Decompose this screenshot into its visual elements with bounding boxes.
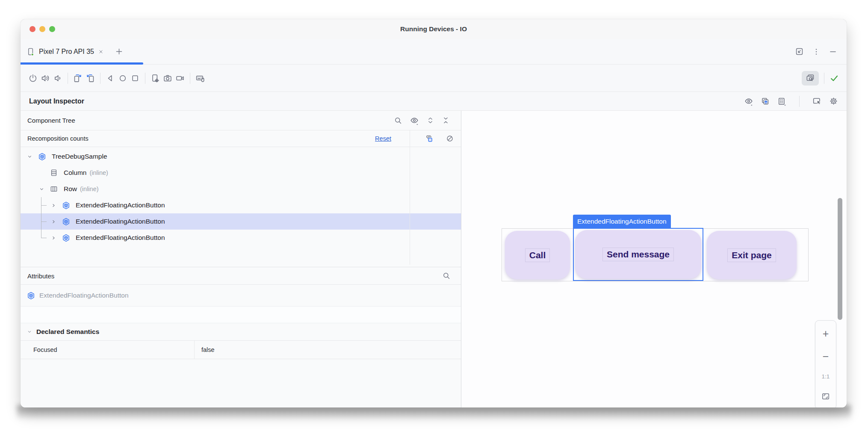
column-layout-icon: [50, 168, 60, 177]
recomposition-copy-icon[interactable]: [425, 134, 434, 143]
device-tab-bar: Pixel 7 Pro API 35: [21, 39, 847, 65]
dock-window-icon[interactable]: [795, 47, 804, 56]
tree-node-label: ExtendedFloatingActionButton: [76, 234, 165, 242]
tree-row-extendedfloatingactionbutton[interactable]: ExtendedFloatingActionButton: [21, 197, 461, 213]
toolbar-group: [151, 74, 185, 83]
tree-node-label: Column: [64, 169, 86, 177]
device-settings-icon[interactable]: [151, 74, 160, 83]
toolbar-group: [195, 74, 205, 83]
selection-badge: ExtendedFloatingActionButton: [573, 215, 671, 228]
rotate-left-icon[interactable]: [73, 74, 83, 83]
attribute-name: Focused: [21, 341, 195, 359]
kebab-menu-icon[interactable]: [812, 47, 821, 56]
zoom-window-button[interactable]: [49, 26, 55, 32]
home-icon[interactable]: [118, 74, 127, 83]
collapse-all-icon[interactable]: [442, 116, 450, 124]
back-icon[interactable]: [106, 74, 115, 83]
screenshot-icon[interactable]: [163, 74, 172, 83]
tree-connector: [38, 213, 50, 230]
declared-semantics-header[interactable]: Declared Semantics: [21, 323, 461, 340]
screen-record-icon[interactable]: [175, 74, 185, 83]
tree-row-row[interactable]: Row(inline): [21, 181, 461, 197]
layout-inspector-actions: [744, 96, 838, 107]
close-tab-icon[interactable]: [98, 49, 104, 55]
tree-node-suffix: (inline): [89, 169, 108, 176]
zoom-in-button[interactable]: +: [823, 328, 829, 339]
chevron-right-icon[interactable]: [50, 235, 62, 241]
toolbar-right: [802, 71, 839, 86]
tree-indent: [26, 197, 38, 213]
eye-dropdown-icon[interactable]: [410, 116, 419, 125]
tree-row-treedebugsample[interactable]: TreeDebugSample: [21, 148, 461, 165]
toolbar-separator: [145, 73, 145, 84]
layout-inspector-header: Layout Inspector: [21, 92, 847, 111]
phone-device-icon: [27, 47, 35, 56]
settings-gear-icon[interactable]: [829, 97, 838, 106]
device-render-panel: ExtendedFloatingActionButton CallSend me…: [461, 111, 847, 407]
fab-send-message[interactable]: Send message: [575, 230, 701, 279]
select-component-icon[interactable]: [812, 96, 822, 106]
power-icon[interactable]: [28, 74, 38, 83]
fab-label: Call: [525, 248, 550, 262]
minimize-icon[interactable]: [829, 47, 837, 56]
tree-row-extendedfloatingactionbutton[interactable]: ExtendedFloatingActionButton: [21, 230, 461, 246]
tree-indent: [26, 165, 38, 181]
toolbar-separator: [799, 96, 800, 107]
toolbar-group: [106, 74, 140, 83]
window-title: Running Devices - IO: [21, 25, 847, 33]
fab-exit-page[interactable]: Exit page: [707, 231, 797, 279]
running-devices-window: Running Devices - IO Pixel 7 Pro API 35: [21, 19, 847, 407]
volume-down-icon[interactable]: [53, 74, 62, 83]
chevron-right-icon[interactable]: [50, 202, 62, 209]
reset-counts-link[interactable]: Reset: [375, 135, 391, 142]
rotate-right-icon[interactable]: [86, 74, 95, 83]
disable-counts-icon[interactable]: [446, 134, 454, 143]
close-window-button[interactable]: [30, 26, 35, 32]
vertical-scrollbar[interactable]: [838, 198, 842, 320]
fab-label: Exit page: [727, 248, 776, 262]
zoom-out-button[interactable]: −: [823, 351, 829, 362]
confirm-check-icon[interactable]: [830, 74, 839, 83]
tree-row-extendedfloatingactionbutton[interactable]: ExtendedFloatingActionButton: [21, 213, 461, 230]
new-tab-button[interactable]: [115, 47, 123, 56]
main-split: Component Tree Recomposition counts Rese…: [21, 111, 847, 407]
overview-icon[interactable]: [130, 74, 140, 83]
recomposition-counts-label: Recomposition counts: [27, 135, 89, 142]
inspector-toggle-icon: [806, 74, 815, 83]
tree-node-label: ExtendedFloatingActionButton: [76, 218, 165, 225]
component-tree-title: Component Tree: [27, 117, 75, 124]
layout-inspector-title: Layout Inspector: [29, 97, 84, 105]
recomposition-column-divider: [410, 130, 410, 265]
chevron-right-icon[interactable]: [50, 218, 62, 225]
tree-indent: [26, 181, 38, 197]
tree-indent: [26, 213, 38, 230]
zoom-actual-button[interactable]: 1:1: [822, 373, 830, 380]
attribute-value: false: [195, 341, 461, 359]
toolbar-separator: [100, 73, 100, 84]
fab-call[interactable]: Call: [505, 231, 570, 279]
tree-row-column[interactable]: Column(inline): [21, 165, 461, 181]
toolbar-group: [28, 74, 62, 83]
title-bar: Running Devices - IO: [21, 19, 847, 39]
toolbar-separator: [190, 73, 190, 84]
chevron-down-icon[interactable]: [26, 154, 38, 160]
fab-label: Send message: [602, 248, 674, 261]
tree-node-label: TreeDebugSample: [52, 153, 107, 160]
tab-pixel-7-pro[interactable]: Pixel 7 Pro API 35: [27, 47, 104, 56]
selection-outline: Send message: [573, 228, 703, 281]
eye-dropdown-icon[interactable]: [744, 97, 753, 106]
toolbar-group: [73, 74, 95, 83]
hardware-input-icon[interactable]: [195, 74, 205, 83]
search-icon[interactable]: [394, 116, 402, 125]
tree-options-icon[interactable]: [777, 97, 787, 106]
layout-inspector-toggle-button[interactable]: [802, 71, 819, 86]
zoom-fit-icon[interactable]: [821, 392, 830, 401]
attributes-search-icon[interactable]: [442, 272, 454, 280]
process-picker-icon[interactable]: [761, 97, 770, 106]
volume-up-icon[interactable]: [41, 74, 50, 83]
tree-connector: [38, 230, 50, 246]
expand-all-icon[interactable]: [426, 116, 434, 124]
minimize-window-button[interactable]: [39, 26, 45, 32]
component-tree-header: Component Tree: [21, 111, 461, 130]
chevron-down-icon[interactable]: [38, 186, 50, 192]
